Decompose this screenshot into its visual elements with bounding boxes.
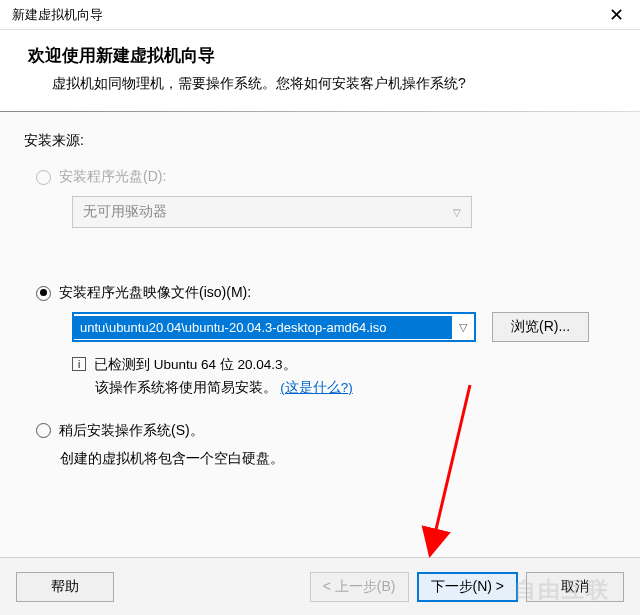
content-area: 安装来源: 安装程序光盘(D): 无可用驱动器 ▽ 安装程序光盘映像文件(iso… [0,112,640,577]
chevron-down-icon: ▽ [453,207,461,218]
browse-button[interactable]: 浏览(R)... [492,312,589,342]
iso-path-combobox[interactable]: untu\ubuntu20.04\ubuntu-20.04.3-desktop-… [72,312,476,342]
footer-bar: 帮助 < 上一步(B) 下一步(N) > 取消 自由互联 [0,557,640,615]
source-label: 安装来源: [24,132,616,150]
close-icon[interactable]: ✕ [605,4,628,26]
cancel-button[interactable]: 取消 [526,572,624,602]
info-icon: i [72,357,86,371]
radio-disc-label: 安装程序光盘(D): [59,168,166,186]
wizard-header: 欢迎使用新建虚拟机向导 虚拟机如同物理机，需要操作系统。您将如何安装客户机操作系… [0,30,640,111]
disc-dropdown[interactable]: 无可用驱动器 ▽ [72,196,472,228]
radio-icon [36,423,51,438]
back-button: < 上一步(B) [310,572,409,602]
radio-option-disc[interactable]: 安装程序光盘(D): [24,168,616,186]
whats-this-link[interactable]: (这是什么?) [280,380,353,395]
chevron-down-icon[interactable]: ▽ [452,321,474,334]
radio-option-later[interactable]: 稍后安装操作系统(S)。 [24,422,616,440]
window-title: 新建虚拟机向导 [12,6,103,24]
radio-option-iso[interactable]: 安装程序光盘映像文件(iso)(M): [24,284,616,302]
detected-info: i已检测到 Ubuntu 64 位 20.04.3。 该操作系统将使用简易安装。… [72,354,616,400]
radio-icon [36,170,51,185]
detected-line2: 该操作系统将使用简易安装。 [95,380,277,395]
next-button[interactable]: 下一步(N) > [417,572,519,602]
iso-path-value: untu\ubuntu20.04\ubuntu-20.04.3-desktop-… [74,316,452,339]
help-button[interactable]: 帮助 [16,572,114,602]
radio-later-label: 稍后安装操作系统(S)。 [59,422,204,440]
detected-line1: 已检测到 Ubuntu 64 位 20.04.3。 [94,357,297,372]
radio-iso-label: 安装程序光盘映像文件(iso)(M): [59,284,251,302]
titlebar: 新建虚拟机向导 ✕ [0,0,640,30]
wizard-subtitle: 虚拟机如同物理机，需要操作系统。您将如何安装客户机操作系统? [28,75,612,93]
disc-dropdown-text: 无可用驱动器 [83,203,167,221]
wizard-heading: 欢迎使用新建虚拟机向导 [28,44,612,67]
radio-icon [36,286,51,301]
later-note: 创建的虚拟机将包含一个空白硬盘。 [60,450,616,468]
